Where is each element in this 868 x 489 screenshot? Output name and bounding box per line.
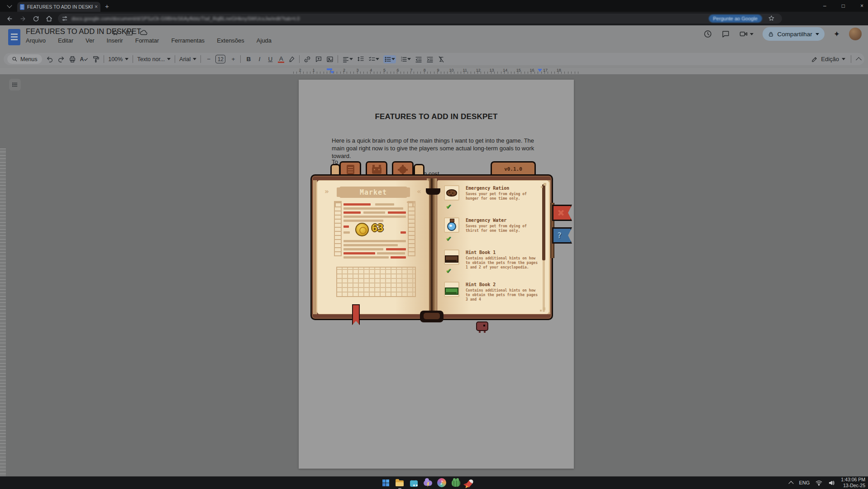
account-avatar[interactable]: [849, 28, 862, 40]
file-explorer-button[interactable]: [394, 477, 405, 488]
search-menus-button[interactable]: Menus: [7, 54, 42, 64]
meet-button[interactable]: [739, 29, 754, 38]
cloud-status-icon[interactable]: [139, 29, 148, 37]
bulleted-list-button[interactable]: [383, 55, 396, 63]
line-spacing-button[interactable]: [357, 56, 364, 63]
decrease-indent-button[interactable]: [415, 56, 422, 63]
font-select[interactable]: Arial: [179, 56, 196, 62]
shop-item[interactable]: Hint Book 1 Contains additional hints on…: [444, 249, 545, 280]
clock[interactable]: 1:43:06 PM 13-Dec-25: [841, 477, 865, 489]
share-button[interactable]: Compartilhar: [763, 27, 824, 41]
insert-link-button[interactable]: [304, 56, 311, 63]
maximize-button[interactable]: □: [842, 3, 845, 9]
item-name: Emergency Ration: [466, 186, 509, 191]
undo-button[interactable]: [46, 56, 53, 63]
comments-icon[interactable]: [721, 30, 730, 38]
reload-icon[interactable]: [33, 15, 39, 22]
music-note-icon: ♪: [437, 478, 446, 487]
cat-app-button[interactable]: [408, 477, 419, 488]
language-indicator[interactable]: ENG: [799, 480, 810, 485]
volume-icon[interactable]: [828, 480, 835, 486]
menu-ajuda[interactable]: Ajuda: [257, 37, 272, 44]
right-indent-marker[interactable]: [538, 69, 542, 74]
browser-tab-strip: FEATURES TO ADD IN DESKPET × + – □ ×: [0, 0, 868, 12]
hidden-icons-button[interactable]: [789, 481, 794, 486]
menu-formatar[interactable]: Formatar: [135, 37, 159, 44]
star-icon[interactable]: [112, 29, 119, 36]
increase-indent-button[interactable]: [426, 56, 434, 63]
help-flag-button[interactable]: ?: [552, 227, 572, 244]
shop-item[interactable]: Emergency Water Saves your pet from dyin…: [444, 217, 545, 248]
numbered-list-button[interactable]: [400, 56, 411, 63]
align-button[interactable]: [342, 56, 353, 63]
paint-format-button[interactable]: [92, 56, 100, 63]
menu-extensões[interactable]: Extensões: [217, 37, 244, 44]
redo-button[interactable]: [57, 56, 65, 63]
font-size-increase[interactable]: +: [230, 56, 236, 62]
horizontal-ruler[interactable]: 21 123456789101112131415161718: [0, 68, 868, 74]
ask-google-button[interactable]: Pergunte ao Google: [709, 14, 762, 23]
font-size-decrease[interactable]: −: [205, 56, 212, 62]
bold-button[interactable]: B: [245, 56, 252, 62]
home-icon[interactable]: [46, 15, 52, 22]
text-color-button[interactable]: A: [278, 56, 284, 63]
font-size-input[interactable]: 12: [215, 55, 225, 63]
clear-formatting-button[interactable]: [438, 56, 445, 63]
insert-image-button[interactable]: [326, 56, 334, 63]
red-bookmark-ribbon[interactable]: [352, 304, 360, 325]
toolbar-right: Edição: [811, 53, 861, 65]
move-folder-icon[interactable]: [125, 29, 133, 37]
close-button[interactable]: ×: [860, 3, 863, 9]
close-flag-button[interactable]: [552, 205, 572, 221]
show-outline-button[interactable]: [9, 79, 21, 91]
browser-tab[interactable]: FEATURES TO ADD IN DESKPET ×: [17, 2, 100, 12]
shop-item[interactable]: Emergency Ration Saves your pet from dyi…: [444, 185, 545, 216]
minimize-button[interactable]: –: [823, 3, 826, 9]
folder-icon: [396, 480, 404, 486]
start-button[interactable]: [380, 477, 391, 488]
shop-scrollbar-thumb[interactable]: [542, 184, 545, 260]
page-corner-deco: [541, 186, 543, 188]
print-button[interactable]: [69, 56, 76, 63]
back-icon[interactable]: [6, 15, 13, 22]
docs-logo[interactable]: [8, 29, 20, 45]
menu-editar[interactable]: Editar: [58, 37, 73, 44]
new-tab-button[interactable]: +: [105, 2, 109, 10]
menu-ver[interactable]: Ver: [86, 37, 95, 44]
menu-arquivo[interactable]: Arquivo: [26, 37, 46, 44]
highlight-button[interactable]: [288, 56, 295, 62]
bookmark-star-icon[interactable]: [768, 15, 775, 22]
forward-icon[interactable]: [19, 15, 26, 22]
mode-label[interactable]: Edição: [821, 56, 839, 62]
styles-select[interactable]: Texto nor...: [137, 56, 171, 62]
collapse-toolbar-button[interactable]: [856, 57, 862, 63]
add-comment-button[interactable]: [315, 56, 322, 63]
site-settings-icon[interactable]: [62, 15, 68, 22]
owned-check-icon: ✔: [446, 267, 452, 275]
chevron-down-icon[interactable]: [816, 33, 819, 37]
left-indent-marker[interactable]: [327, 68, 332, 70]
desk-pet-sprite[interactable]: [476, 321, 488, 331]
tab-close-icon[interactable]: ×: [95, 4, 98, 10]
checklist-button[interactable]: [368, 56, 379, 63]
omnibox[interactable]: docs.google.com/document/d/1PSzOt-G9BHxS…: [58, 14, 782, 24]
menu-ferramentas[interactable]: Ferramentas: [171, 37, 205, 44]
brain-app-button[interactable]: [450, 477, 461, 488]
music-app-button[interactable]: ♪: [436, 477, 447, 488]
scroll-icon: [347, 165, 354, 174]
version-history-icon[interactable]: [703, 29, 712, 38]
menu-inserir[interactable]: Inserir: [107, 37, 123, 44]
zoom-select[interactable]: 100%: [108, 56, 129, 62]
spellcheck-button[interactable]: A: [80, 56, 89, 62]
storm-app-button[interactable]: [422, 477, 433, 488]
page-corner-deco: [540, 310, 542, 312]
rocket-app-button[interactable]: [464, 477, 475, 488]
wifi-icon[interactable]: [816, 480, 822, 486]
italic-button[interactable]: I: [256, 56, 262, 62]
underline-button[interactable]: U: [267, 56, 273, 62]
tab-search-button[interactable]: [4, 2, 15, 10]
shop-item[interactable]: Hint Book 2 Contains additional hints on…: [444, 282, 545, 312]
gemini-icon[interactable]: ✦: [834, 29, 840, 39]
chevron-down-icon[interactable]: [842, 58, 845, 62]
deskpet-window[interactable]: v0.1.0 » « Market 63: [310, 159, 573, 337]
